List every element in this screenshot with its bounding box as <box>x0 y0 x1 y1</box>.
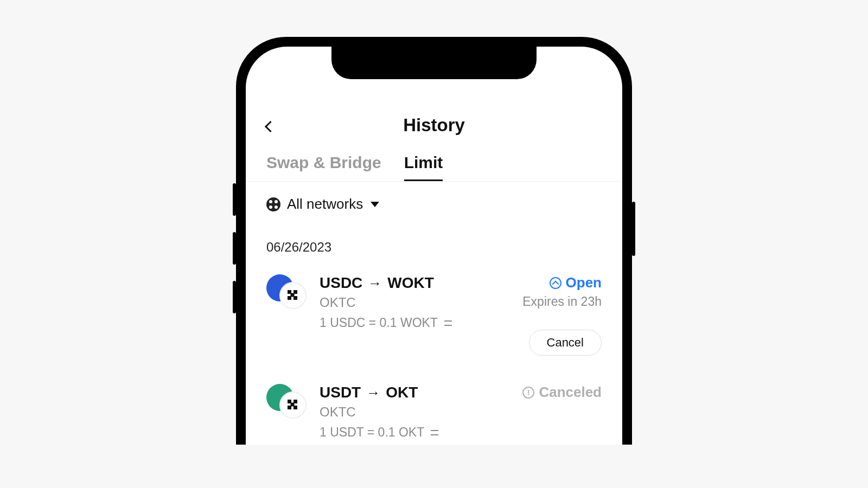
phone-frame: History Swap & Bridge Limit All networks… <box>236 37 632 445</box>
chain-label: OKTC <box>320 295 510 310</box>
network-filter-label: All networks <box>287 196 363 213</box>
expiry-label: Expires in 23h <box>522 294 602 309</box>
phone-notch <box>331 47 537 79</box>
tab-swap-bridge[interactable]: Swap & Bridge <box>266 153 381 181</box>
rate-line: 1 USDT = 0.1 OKT <box>320 425 510 440</box>
from-symbol: USDT <box>320 384 361 401</box>
rate-text: 1 USDC = 0.1 WOKT <box>320 316 438 330</box>
order-row[interactable]: USDC → WOKT OKTC 1 USDC = 0.1 WOKT <box>246 261 622 361</box>
to-symbol: WOKT <box>387 274 434 292</box>
tabs-bar: Swap & Bridge Limit <box>246 153 622 182</box>
arrow-right-icon: → <box>368 275 382 292</box>
swap-rate-icon[interactable] <box>430 428 439 437</box>
rate-text: 1 USDT = 0.1 OKT <box>320 425 424 440</box>
to-symbol: OKT <box>386 384 418 401</box>
cancel-button[interactable]: Cancel <box>529 330 602 356</box>
order-mid: USDC → WOKT OKTC 1 USDC = 0.1 WOKT <box>320 274 510 356</box>
network-filter[interactable]: All networks <box>246 182 622 218</box>
from-symbol: USDC <box>320 274 362 292</box>
app-card: History Swap & Bridge Limit All networks… <box>43 5 825 445</box>
status-badge: Canceled <box>522 384 602 401</box>
order-mid: USDT → OKT OKTC 1 USDT = 0.1 OKT <box>320 384 510 440</box>
chain-label: OKTC <box>320 404 510 420</box>
order-right: Canceled <box>522 384 602 440</box>
order-right: Open Expires in 23h Cancel <box>522 274 602 356</box>
canceled-status-icon <box>522 387 534 399</box>
pair-label: USDC → WOKT <box>320 274 510 292</box>
pair-icon <box>266 274 308 309</box>
order-row[interactable]: USDT → OKT OKTC 1 USDT = 0.1 OKT <box>246 371 622 445</box>
arrow-right-icon: → <box>366 384 380 401</box>
to-coin-icon <box>279 282 307 309</box>
rate-line: 1 USDC = 0.1 WOKT <box>320 316 510 330</box>
date-group-label: 06/26/2023 <box>246 218 622 261</box>
chevron-left-icon <box>265 120 276 132</box>
screen-content: History Swap & Bridge Limit All networks… <box>246 47 622 445</box>
pair-label: USDT → OKT <box>320 384 510 401</box>
status-text: Open <box>566 274 602 291</box>
page-title: History <box>403 115 465 136</box>
chevron-down-icon <box>371 202 379 207</box>
network-grid-icon <box>266 197 280 211</box>
phone-screen: History Swap & Bridge Limit All networks… <box>246 47 622 445</box>
swap-rate-icon[interactable] <box>443 319 453 328</box>
open-status-icon <box>550 277 561 289</box>
tab-limit[interactable]: Limit <box>404 153 443 181</box>
nav-bar: History <box>246 109 622 142</box>
status-text: Canceled <box>539 384 602 401</box>
to-coin-icon <box>279 391 307 419</box>
status-badge: Open <box>550 274 602 291</box>
pair-icon <box>266 384 308 419</box>
back-button[interactable] <box>266 117 286 136</box>
